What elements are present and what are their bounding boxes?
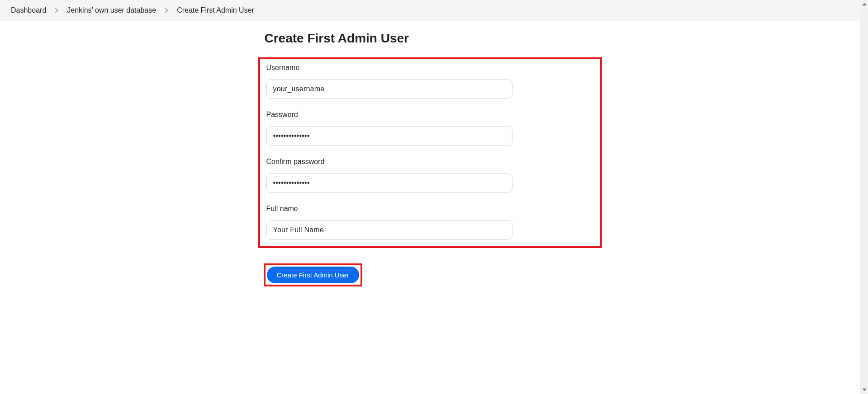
breadcrumb-item-dashboard[interactable]: Dashboard bbox=[11, 6, 46, 14]
confirm-password-input[interactable] bbox=[266, 173, 512, 193]
chevron-right-icon bbox=[54, 8, 59, 13]
create-admin-user-button[interactable]: Create First Admin User bbox=[267, 267, 359, 283]
chevron-right-icon bbox=[164, 8, 169, 13]
breadcrumb-item-userdb[interactable]: Jenkins’ own user database bbox=[67, 6, 156, 14]
scroll-up-icon[interactable] bbox=[861, 1, 868, 8]
confirm-password-label: Confirm password bbox=[266, 158, 594, 166]
username-input[interactable] bbox=[266, 79, 512, 99]
username-label: Username bbox=[266, 64, 594, 72]
breadcrumb: Dashboard Jenkins’ own user database Cre… bbox=[0, 0, 860, 21]
password-label: Password bbox=[266, 111, 594, 119]
scroll-track[interactable] bbox=[860, 8, 868, 386]
password-input[interactable] bbox=[266, 126, 512, 146]
form-highlight-box: Username Password Confirm password Full … bbox=[258, 57, 602, 248]
breadcrumb-item-current[interactable]: Create First Admin User bbox=[177, 6, 254, 14]
fullname-label: Full name bbox=[266, 205, 594, 213]
submit-highlight-box: Create First Admin User bbox=[264, 263, 362, 286]
scroll-down-icon[interactable] bbox=[861, 386, 868, 393]
page-title: Create First Admin User bbox=[265, 31, 602, 46]
fullname-input[interactable] bbox=[266, 220, 512, 240]
vertical-scrollbar[interactable] bbox=[860, 0, 868, 394]
